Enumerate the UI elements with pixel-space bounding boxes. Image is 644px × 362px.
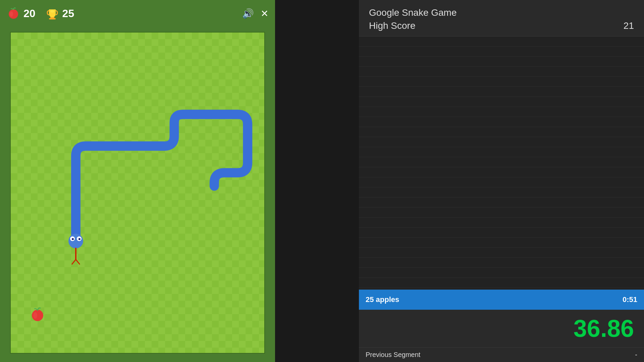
current-score-value: 20 bbox=[23, 7, 36, 20]
panel-content bbox=[359, 37, 644, 290]
svg-rect-3 bbox=[49, 18, 56, 19]
snake-body bbox=[68, 114, 248, 264]
svg-point-9 bbox=[33, 312, 37, 319]
game-canvas bbox=[10, 32, 265, 354]
svg-line-6 bbox=[72, 259, 76, 264]
sound-button[interactable]: 🔊 bbox=[242, 8, 254, 19]
trophy-icon bbox=[46, 7, 59, 20]
board-apple-icon bbox=[29, 306, 46, 323]
previous-segment-label: Previous Segment bbox=[366, 351, 420, 359]
panel-high-score-label: High Score bbox=[369, 20, 416, 31]
panel-header: Google Snake Game High Score 21 bbox=[359, 0, 644, 37]
panel-high-score-value: 21 bbox=[624, 20, 634, 31]
snake-pupil-right bbox=[78, 238, 80, 240]
snake-svg bbox=[11, 33, 264, 353]
snake-pupil-left bbox=[72, 238, 74, 240]
close-button[interactable]: ✕ bbox=[261, 8, 268, 19]
svg-point-4 bbox=[50, 10, 54, 13]
apples-timer-bar: 25 apples 0:51 bbox=[359, 290, 644, 310]
apples-count-label: 25 apples bbox=[366, 295, 399, 304]
big-timer-value: 36.86 bbox=[574, 315, 634, 342]
previous-segment-value: - bbox=[635, 351, 637, 359]
big-timer-area: 36.86 bbox=[359, 310, 644, 347]
high-score-value: 25 bbox=[62, 7, 74, 20]
apple-score-icon bbox=[7, 7, 20, 20]
timer-display: 0:51 bbox=[623, 295, 637, 304]
right-panel: Google Snake Game High Score 21 25 apple… bbox=[359, 0, 644, 362]
game-board-wrapper bbox=[0, 27, 275, 362]
svg-point-1 bbox=[10, 11, 13, 17]
panel-title: Google Snake Game bbox=[369, 7, 634, 19]
header-controls: 🔊 ✕ bbox=[242, 8, 268, 19]
current-score-display: 20 bbox=[7, 7, 36, 20]
high-score-display: 25 bbox=[46, 7, 74, 20]
snake-head bbox=[68, 234, 83, 248]
game-area: 20 25 🔊 ✕ bbox=[0, 0, 275, 362]
game-header: 20 25 🔊 ✕ bbox=[0, 0, 275, 27]
panel-high-score-row: High Score 21 bbox=[369, 20, 634, 31]
previous-segment-bar: Previous Segment - bbox=[359, 347, 644, 362]
svg-line-7 bbox=[76, 259, 80, 264]
middle-area bbox=[275, 0, 359, 362]
